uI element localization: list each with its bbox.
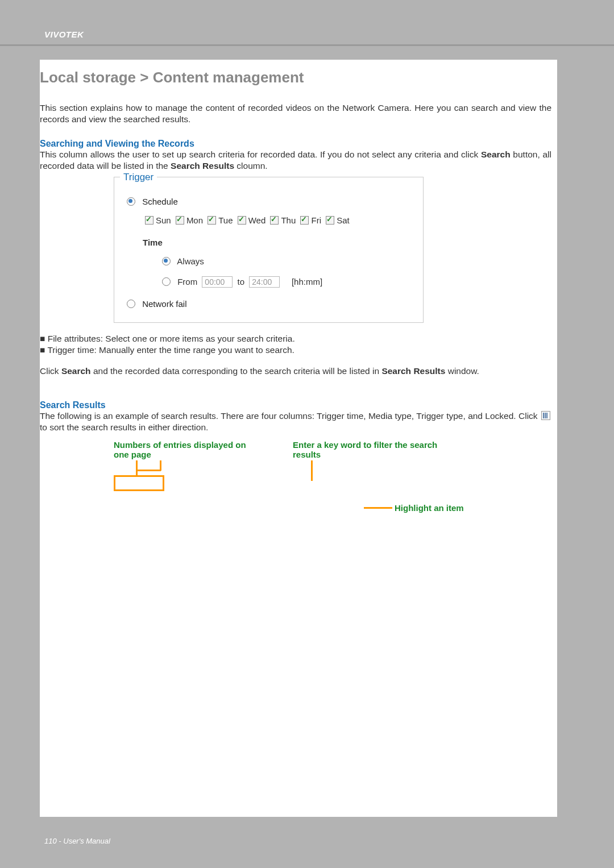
network-fail-radio[interactable] — [127, 300, 135, 308]
callout-highlight-item: Highlight an item — [395, 503, 464, 513]
page-title: Local storage > Content management — [40, 67, 551, 86]
checkbox-thu[interactable] — [270, 216, 279, 225]
brand-label: VIVOTEK — [44, 30, 84, 39]
bold-search: Search — [61, 366, 91, 376]
intro-paragraph: This section explains how to manage the … — [40, 102, 551, 125]
text-span: Click — [40, 366, 61, 376]
schedule-radio[interactable] — [127, 197, 135, 206]
text-span: cloumn. — [234, 161, 268, 171]
bullet-trigger-time: ■ Trigger time: Manually enter the time … — [40, 344, 551, 356]
day-tue: Tue — [218, 215, 233, 225]
to-label: to — [238, 277, 245, 286]
checkbox-wed[interactable] — [238, 216, 246, 225]
sort-columns-icon[interactable] — [541, 411, 550, 420]
day-sat: Sat — [337, 215, 350, 225]
section-results-title: Search Results — [40, 400, 551, 410]
checkbox-sun[interactable] — [145, 216, 154, 225]
day-sun: Sun — [156, 215, 171, 225]
bullet-file-attributes: ■ File attributes: Select one or more it… — [40, 333, 551, 345]
time-label: Time — [143, 238, 415, 247]
trigger-fieldset: Trigger Schedule Sun Mon Tue Wed Thu Fri… — [114, 177, 424, 323]
text-span: and the recorded data corresponding to t… — [91, 366, 382, 376]
from-label: From — [177, 277, 197, 286]
page-footer: 110 - User's Manual — [44, 837, 110, 845]
text-span: window. — [445, 366, 479, 376]
bold-search-results: Search Results — [381, 366, 445, 376]
text-span: to sort the search results in either dir… — [40, 422, 208, 432]
from-time-input[interactable]: 00:00 — [202, 276, 233, 288]
callout-entries-per-page: Numbers of entries displayed on one page — [114, 440, 262, 460]
day-mon: Mon — [186, 215, 203, 225]
checkbox-tue[interactable] — [208, 216, 216, 225]
always-radio[interactable] — [162, 257, 171, 265]
click-search-para: Click Search and the recorded data corre… — [40, 366, 551, 377]
checkbox-mon[interactable] — [176, 216, 184, 225]
text-span: The following is an example of search re… — [40, 411, 540, 421]
bold-search: Search — [481, 149, 511, 159]
days-row: Sun Mon Tue Wed Thu Fri Sat — [145, 215, 415, 225]
checkbox-fri[interactable] — [300, 216, 309, 225]
section-searching-para: This column allows the user to set up se… — [40, 149, 551, 172]
always-label: Always — [177, 256, 204, 266]
trigger-legend: Trigger — [120, 172, 157, 183]
bold-search-results: Search Results — [171, 161, 234, 171]
to-time-input[interactable]: 24:00 — [249, 276, 280, 288]
day-wed: Wed — [248, 215, 266, 225]
network-fail-label: Network fail — [142, 299, 186, 309]
day-fri: Fri — [311, 215, 321, 225]
section-results-para: The following is an example of search re… — [40, 410, 551, 433]
callout-diagram: Numbers of entries displayed on one page… — [40, 440, 551, 520]
day-thu: Thu — [281, 215, 296, 225]
section-searching-title: Searching and Viewing the Records — [40, 139, 551, 149]
schedule-label: Schedule — [142, 197, 178, 206]
from-radio[interactable] — [162, 277, 171, 286]
checkbox-sat[interactable] — [326, 216, 334, 225]
callout-filter-keyword: Enter a key word to filter the search re… — [293, 440, 441, 460]
text-span: This column allows the user to set up se… — [40, 149, 481, 159]
hhmm-label: [hh:mm] — [292, 277, 322, 286]
